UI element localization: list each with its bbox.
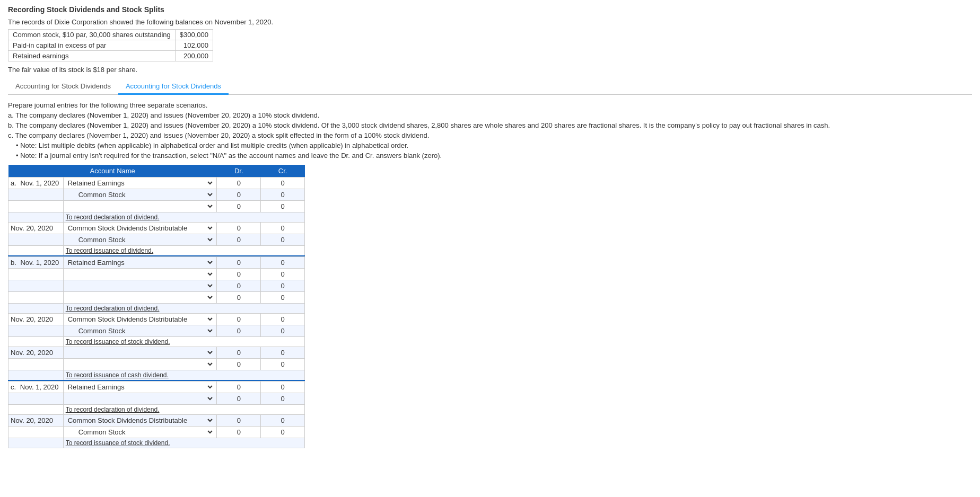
cr-cell[interactable]: [261, 223, 305, 234]
dr-input[interactable]: [220, 270, 257, 278]
dr-input[interactable]: [220, 236, 257, 244]
account-select[interactable]: [66, 270, 215, 279]
cr-input[interactable]: [264, 191, 301, 199]
account-cell[interactable]: Common Stock Dividends Distributable: [63, 223, 217, 234]
cr-input[interactable]: [264, 179, 301, 187]
note-text-cell[interactable]: To record declaration of dividend.: [63, 304, 304, 314]
cr-input[interactable]: [264, 428, 301, 436]
note-text-cell[interactable]: To record declaration of dividend.: [63, 405, 304, 415]
account-cell[interactable]: Common Stock: [63, 234, 217, 246]
dr-cell[interactable]: [217, 189, 261, 201]
account-cell[interactable]: [63, 280, 217, 292]
account-cell[interactable]: Common Stock Dividends Distributable: [63, 314, 217, 325]
cr-cell[interactable]: [261, 359, 305, 370]
note-text-cell[interactable]: To record issuance of dividend.: [63, 246, 304, 256]
note-link[interactable]: To record issuance of stock dividend.: [66, 338, 170, 345]
dr-input[interactable]: [220, 416, 257, 424]
account-select[interactable]: Common Stock: [76, 428, 215, 437]
dr-cell[interactable]: [217, 223, 261, 234]
dr-cell[interactable]: [217, 201, 261, 212]
cr-cell[interactable]: [261, 314, 305, 325]
account-select[interactable]: [66, 293, 215, 302]
account-select[interactable]: [66, 281, 215, 290]
cr-input[interactable]: [264, 259, 301, 267]
cr-input[interactable]: [264, 202, 301, 210]
cr-input[interactable]: [264, 270, 301, 278]
cr-cell[interactable]: [261, 292, 305, 304]
account-select[interactable]: Common Stock: [76, 190, 215, 199]
cr-cell[interactable]: [261, 347, 305, 359]
cr-input[interactable]: [264, 327, 301, 335]
dr-input[interactable]: [220, 282, 257, 290]
dr-input[interactable]: [220, 179, 257, 187]
note-link[interactable]: To record declaration of dividend.: [66, 214, 160, 221]
account-select[interactable]: Common Stock: [76, 235, 215, 244]
account-select[interactable]: Common Stock: [76, 326, 215, 335]
note-link[interactable]: To record issuance of stock dividend.: [66, 439, 170, 447]
note-link[interactable]: To record issuance of cash dividend.: [66, 371, 169, 379]
dr-input[interactable]: [220, 428, 257, 436]
note-link[interactable]: To record issuance of dividend.: [66, 247, 153, 254]
account-cell[interactable]: [63, 393, 217, 405]
dr-cell[interactable]: [217, 234, 261, 246]
account-select[interactable]: Common Stock Dividends Distributable: [66, 224, 215, 233]
dr-cell[interactable]: [217, 415, 261, 427]
cr-input[interactable]: [264, 294, 301, 301]
cr-input[interactable]: [264, 349, 301, 357]
account-cell[interactable]: [63, 347, 217, 359]
note-link[interactable]: To record declaration of dividend.: [66, 406, 160, 413]
cr-input[interactable]: [264, 383, 301, 391]
cr-input[interactable]: [264, 224, 301, 232]
dr-cell[interactable]: [217, 359, 261, 370]
dr-input[interactable]: [220, 349, 257, 357]
tab-accounting-stock-splits[interactable]: Accounting for Stock Dividends: [118, 79, 229, 95]
account-select[interactable]: [66, 348, 215, 357]
dr-input[interactable]: [220, 259, 257, 267]
account-cell[interactable]: [63, 292, 217, 304]
cr-cell[interactable]: [261, 234, 305, 246]
account-cell[interactable]: [63, 269, 217, 280]
dr-input[interactable]: [220, 315, 257, 323]
note-text-cell[interactable]: To record issuance of stock dividend.: [63, 337, 304, 347]
dr-cell[interactable]: [217, 427, 261, 438]
dr-input[interactable]: [220, 383, 257, 391]
account-cell[interactable]: Common Stock: [63, 189, 217, 201]
account-cell[interactable]: [63, 359, 217, 370]
cr-cell[interactable]: [261, 257, 305, 269]
cr-cell[interactable]: [261, 269, 305, 280]
account-select[interactable]: Common Stock Dividends Distributable: [66, 416, 215, 425]
cr-cell[interactable]: [261, 415, 305, 427]
account-select[interactable]: Retained Earnings: [66, 383, 215, 392]
account-cell[interactable]: Common Stock Dividends Distributable: [63, 415, 217, 427]
dr-cell[interactable]: [217, 393, 261, 405]
account-select[interactable]: [66, 360, 215, 369]
dr-input[interactable]: [220, 395, 257, 403]
dr-cell[interactable]: [217, 314, 261, 325]
account-cell[interactable]: [63, 201, 217, 212]
account-select[interactable]: Retained Earnings: [66, 179, 215, 188]
cr-input[interactable]: [264, 282, 301, 290]
cr-input[interactable]: [264, 236, 301, 244]
cr-cell[interactable]: [261, 381, 305, 393]
cr-cell[interactable]: [261, 189, 305, 201]
note-text-cell[interactable]: To record issuance of cash dividend.: [63, 370, 304, 381]
account-select[interactable]: Retained Earnings: [66, 258, 215, 267]
dr-cell[interactable]: [217, 347, 261, 359]
account-select[interactable]: [66, 202, 215, 211]
dr-cell[interactable]: [217, 257, 261, 269]
dr-input[interactable]: [220, 294, 257, 301]
dr-input[interactable]: [220, 191, 257, 199]
account-cell[interactable]: Retained Earnings: [63, 178, 217, 189]
account-select[interactable]: Common Stock Dividends Distributable: [66, 315, 215, 324]
dr-input[interactable]: [220, 360, 257, 368]
dr-input[interactable]: [220, 202, 257, 210]
account-select[interactable]: [66, 394, 215, 403]
account-cell[interactable]: Retained Earnings: [63, 257, 217, 269]
dr-input[interactable]: [220, 224, 257, 232]
account-cell[interactable]: Retained Earnings: [63, 381, 217, 393]
account-cell[interactable]: Common Stock: [63, 427, 217, 438]
cr-input[interactable]: [264, 416, 301, 424]
note-link[interactable]: To record declaration of dividend.: [66, 305, 160, 312]
cr-cell[interactable]: [261, 427, 305, 438]
dr-cell[interactable]: [217, 381, 261, 393]
